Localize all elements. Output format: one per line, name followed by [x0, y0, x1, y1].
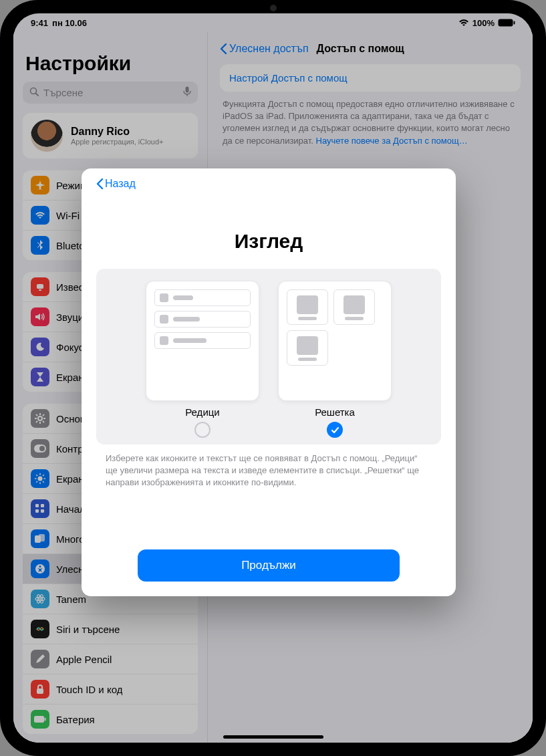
layout-modal: Назад Изглед Редици [82, 168, 456, 596]
option-rows[interactable]: Редици [146, 281, 259, 438]
chevron-left-icon [96, 178, 104, 190]
rows-preview-icon [146, 281, 259, 401]
checkmark-icon [331, 426, 339, 434]
radio-rows[interactable] [194, 422, 211, 438]
grid-preview-icon [278, 281, 392, 401]
modal-back-button[interactable]: Назад [96, 178, 441, 190]
continue-button[interactable]: Продължи [138, 549, 400, 582]
option-rows-label: Редици [146, 406, 259, 418]
modal-description: Изберете как иконките и текстът ще се по… [96, 445, 441, 489]
option-grid-label: Решетка [278, 406, 392, 418]
radio-grid[interactable] [327, 422, 343, 438]
home-indicator[interactable] [223, 735, 323, 739]
modal-title: Изглед [96, 230, 441, 253]
option-grid[interactable]: Решетка [278, 281, 392, 438]
